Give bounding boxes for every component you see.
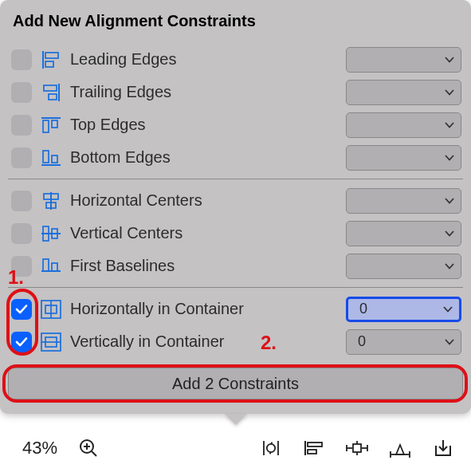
value-select-trailing[interactable] <box>346 80 461 105</box>
reset-sizing-icon[interactable] <box>259 436 283 460</box>
constraint-row-vcenters: Vertical Centers <box>0 217 471 250</box>
value-select-hcenters[interactable] <box>346 188 461 214</box>
svg-point-31 <box>267 444 275 452</box>
align-trailing-icon <box>40 82 62 103</box>
label-hcontainer: Horizontally in Container <box>70 300 346 318</box>
add-constraints-button[interactable]: Add 2 Constraints <box>8 368 463 399</box>
constraint-row-hcontainer: Horizontally in Container0 <box>0 293 471 325</box>
value-select-baselines[interactable] <box>346 254 461 279</box>
checkbox-vcenters[interactable] <box>11 223 32 244</box>
align-leading-icon <box>40 49 62 70</box>
popover-pointer-icon <box>225 414 247 425</box>
align-h-in-container-icon <box>40 299 62 320</box>
checkbox-hcenters[interactable] <box>11 191 32 211</box>
checkbox-top[interactable] <box>11 115 32 136</box>
constraint-row-bottom: Bottom Edges <box>0 141 471 174</box>
label-trailing: Trailing Edges <box>70 83 346 101</box>
constraint-row-vcontainer: Vertically in Container0 <box>0 325 471 358</box>
divider <box>8 179 463 179</box>
align-top-icon <box>40 115 62 136</box>
value-select-bottom[interactable] <box>346 145 461 171</box>
label-leading: Leading Edges <box>70 50 346 69</box>
label-hcenters: Horizontal Centers <box>70 191 346 210</box>
panel-title: Add New Alignment Constraints <box>0 8 471 43</box>
svg-rect-34 <box>308 450 316 454</box>
svg-rect-7 <box>43 120 49 132</box>
divider <box>8 287 463 288</box>
svg-rect-10 <box>43 151 49 163</box>
resolve-issues-icon[interactable] <box>388 436 412 460</box>
label-baselines: First Baselines <box>70 257 346 275</box>
svg-rect-39 <box>353 444 361 452</box>
constraint-row-trailing: Trailing Edges <box>0 76 471 108</box>
label-top: Top Edges <box>70 116 346 134</box>
embed-tool-icon[interactable] <box>431 436 455 460</box>
value-select-leading[interactable] <box>346 47 461 73</box>
checkbox-leading[interactable] <box>11 49 32 70</box>
label-vcontainer: Vertically in Container <box>70 332 346 351</box>
align-vcenter-icon <box>40 223 62 244</box>
label-bottom: Bottom Edges <box>70 148 346 167</box>
constraint-row-hcenters: Horizontal Centers <box>0 184 471 217</box>
checkbox-hcontainer[interactable] <box>11 299 32 320</box>
checkbox-baselines[interactable] <box>11 256 32 277</box>
svg-rect-19 <box>43 259 49 271</box>
svg-rect-11 <box>52 155 57 163</box>
constraint-row-top: Top Edges <box>0 108 471 141</box>
constraint-row-leading: Leading Edges <box>0 43 471 76</box>
value-select-vcenters[interactable] <box>346 221 461 246</box>
value-select-hcontainer[interactable]: 0 <box>346 297 461 322</box>
svg-rect-2 <box>45 61 53 67</box>
label-vcenters: Vertical Centers <box>70 224 346 242</box>
action-area: Add 2 Constraints <box>0 358 471 414</box>
svg-rect-8 <box>52 120 57 128</box>
align-v-in-container-icon <box>40 332 62 352</box>
svg-rect-1 <box>45 53 58 58</box>
svg-rect-33 <box>308 443 322 446</box>
value-text-hcontainer: 0 <box>359 301 367 317</box>
checkbox-trailing[interactable] <box>11 82 32 103</box>
align-bottom-icon <box>40 148 62 168</box>
align-hcenter-icon <box>40 191 62 211</box>
align-baseline-icon <box>40 256 62 277</box>
bottom-toolbar: 43% <box>0 425 471 460</box>
constraint-row-baselines: First Baselines <box>0 250 471 282</box>
zoom-in-icon[interactable] <box>77 436 100 460</box>
pin-tool-icon[interactable] <box>345 436 369 460</box>
value-text-vcontainer: 0 <box>358 333 366 350</box>
checkbox-bottom[interactable] <box>11 148 32 168</box>
svg-rect-5 <box>49 94 57 100</box>
checkbox-vcontainer[interactable] <box>11 332 32 352</box>
value-select-vcontainer[interactable]: 0 <box>346 329 461 355</box>
svg-line-28 <box>92 451 96 456</box>
svg-rect-20 <box>52 263 57 271</box>
svg-rect-4 <box>44 85 57 91</box>
zoom-level[interactable]: 43% <box>22 438 57 458</box>
align-tool-icon[interactable] <box>302 436 326 460</box>
alignment-constraints-panel: Add New Alignment Constraints Leading Ed… <box>0 0 471 414</box>
value-select-top[interactable] <box>346 112 461 138</box>
